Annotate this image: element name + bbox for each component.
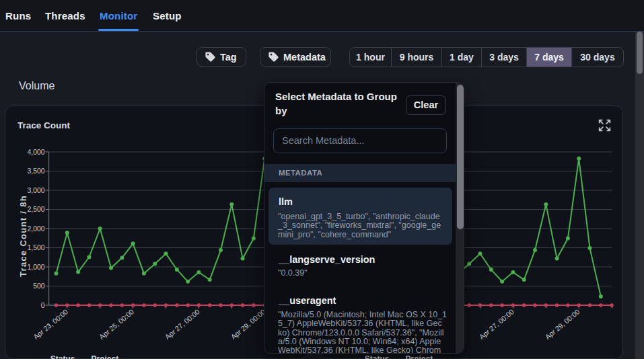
svg-text:Apr 29, 00:00: Apr 29, 00:00 — [229, 307, 266, 341]
svg-text:3,000: 3,000 — [27, 186, 44, 194]
svg-text:Apr 27, 00:00: Apr 27, 00:00 — [478, 307, 515, 341]
svg-text:500: 500 — [33, 282, 45, 290]
svg-text:0: 0 — [41, 301, 45, 309]
svg-text:2,000: 2,000 — [27, 225, 44, 233]
svg-text:Apr 27, 00:00: Apr 27, 00:00 — [164, 307, 201, 341]
svg-text:Trace Count / 8h: Trace Count / 8h — [18, 195, 28, 277]
svg-text:4,000: 4,000 — [27, 148, 44, 156]
svg-text:3,500: 3,500 — [27, 167, 44, 175]
svg-text:Apr 25, 00:00: Apr 25, 00:00 — [98, 307, 135, 341]
svg-text:Apr 29, 00:00: Apr 29, 00:00 — [543, 307, 581, 341]
svg-text:1,500: 1,500 — [27, 243, 44, 251]
svg-text:2,500: 2,500 — [27, 205, 44, 213]
svg-text:Apr 23, 00:00: Apr 23, 00:00 — [32, 307, 69, 341]
svg-text:1,000: 1,000 — [27, 263, 44, 271]
